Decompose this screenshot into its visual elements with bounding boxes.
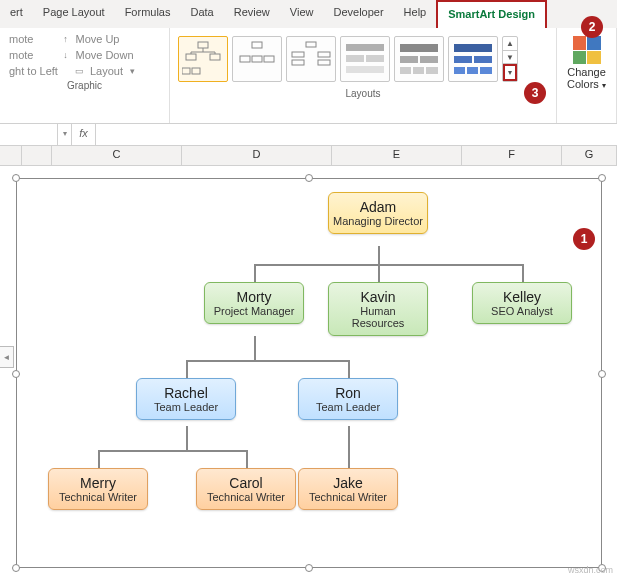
svg-rect-32: [467, 67, 478, 74]
tab-help[interactable]: Help: [394, 0, 437, 28]
formula-input[interactable]: [96, 124, 617, 145]
tab-insert[interactable]: ert: [0, 0, 33, 28]
connector: [254, 264, 524, 266]
node-kavin[interactable]: Kavin Human Resources: [328, 282, 428, 336]
tab-page-layout[interactable]: Page Layout: [33, 0, 115, 28]
node-role: SEO Analyst: [477, 305, 567, 317]
arrow-up-icon: ↑: [59, 33, 71, 45]
node-role: Project Manager: [209, 305, 299, 317]
svg-rect-2: [210, 54, 220, 60]
layout-button[interactable]: ▭Layout▾: [71, 64, 142, 78]
node-jake[interactable]: Jake Technical Writer: [298, 468, 398, 510]
svg-rect-26: [413, 67, 424, 74]
node-merry[interactable]: Merry Technical Writer: [48, 468, 148, 510]
node-ron[interactable]: Ron Team Leader: [298, 378, 398, 420]
node-rachel[interactable]: Rachel Team Leader: [136, 378, 236, 420]
node-name: Kelley: [477, 289, 567, 305]
layout-thumb-3[interactable]: [286, 36, 336, 82]
formula-bar: ▾ fx: [0, 124, 617, 146]
col-header-e[interactable]: E: [332, 146, 462, 165]
fx-label[interactable]: fx: [72, 124, 96, 145]
connector: [378, 246, 380, 264]
chevron-down-icon: ▾: [602, 81, 606, 90]
tab-review[interactable]: Review: [224, 0, 280, 28]
move-down-button[interactable]: ↓Move Down: [56, 48, 136, 62]
name-box-dropdown[interactable]: ▾: [58, 124, 72, 145]
ribbon-group-graphic: mote ↑Move Up mote ↓Move Down ght to Lef…: [0, 28, 170, 123]
svg-rect-18: [346, 44, 384, 51]
col-header-c[interactable]: C: [52, 146, 182, 165]
svg-rect-19: [346, 55, 364, 62]
node-role: Team Leader: [141, 401, 231, 413]
select-all-corner[interactable]: [0, 146, 22, 165]
watermark: wsxdn.com: [568, 565, 613, 575]
connector: [186, 360, 350, 362]
rtl-button[interactable]: ght to Left: [6, 64, 61, 78]
svg-rect-15: [318, 52, 330, 57]
node-role: Technical Writer: [53, 491, 143, 503]
layout-thumb-1[interactable]: [178, 36, 228, 82]
node-name: Merry: [53, 475, 143, 491]
move-up-button[interactable]: ↑Move Up: [56, 32, 122, 46]
node-carol[interactable]: Carol Technical Writer: [196, 468, 296, 510]
tab-smartart-design[interactable]: SmartArt Design: [436, 0, 547, 28]
svg-rect-12: [264, 56, 274, 62]
svg-rect-27: [426, 67, 438, 74]
connector: [98, 450, 248, 452]
svg-rect-20: [366, 55, 384, 62]
group-label-graphic: Graphic: [6, 78, 163, 91]
connector: [246, 450, 248, 468]
node-role: Human Resources: [333, 305, 423, 329]
svg-rect-29: [454, 56, 472, 63]
svg-rect-3: [182, 68, 190, 74]
svg-rect-24: [420, 56, 438, 63]
gallery-more-button[interactable]: ▾: [503, 64, 517, 81]
ribbon-group-layouts: ▲ ▼ ▾ Layouts: [170, 28, 557, 123]
name-box[interactable]: [0, 124, 58, 145]
layout-thumb-5[interactable]: [394, 36, 444, 82]
annotation-3: 3: [524, 82, 546, 104]
layout-thumb-4[interactable]: [340, 36, 390, 82]
node-name: Carol: [201, 475, 291, 491]
sheet-area[interactable]: ◄ 1 Adam Managing Director Morty Project…: [0, 166, 617, 577]
svg-rect-11: [252, 56, 262, 62]
node-role: Managing Director: [333, 215, 423, 227]
org-chart[interactable]: Adam Managing Director Morty Project Man…: [0, 166, 617, 577]
node-kelley[interactable]: Kelley SEO Analyst: [472, 282, 572, 324]
col-header-g[interactable]: G: [562, 146, 617, 165]
gallery-scroll-up[interactable]: ▲: [503, 37, 517, 51]
svg-rect-13: [306, 42, 316, 47]
col-header-f[interactable]: F: [462, 146, 562, 165]
tab-developer[interactable]: Developer: [323, 0, 393, 28]
layout-icon: ▭: [74, 65, 86, 77]
tab-view[interactable]: View: [280, 0, 324, 28]
layout-thumb-2[interactable]: [232, 36, 282, 82]
node-name: Adam: [333, 199, 423, 215]
node-role: Team Leader: [303, 401, 393, 413]
svg-rect-9: [252, 42, 262, 48]
tab-formulas[interactable]: Formulas: [115, 0, 181, 28]
group-label-layouts: Layouts: [176, 86, 550, 99]
svg-rect-0: [198, 42, 208, 48]
svg-rect-25: [400, 67, 411, 74]
change-colors-button[interactable]: Change Colors ▾: [563, 32, 610, 95]
node-name: Kavin: [333, 289, 423, 305]
col-header-b[interactable]: [22, 146, 52, 165]
gallery-scroll-down[interactable]: ▼: [503, 51, 517, 65]
svg-rect-33: [480, 67, 492, 74]
svg-rect-30: [474, 56, 492, 63]
node-morty[interactable]: Morty Project Manager: [204, 282, 304, 324]
svg-rect-17: [318, 60, 330, 65]
svg-rect-4: [192, 68, 200, 74]
tab-data[interactable]: Data: [180, 0, 223, 28]
demote-button[interactable]: mote: [6, 48, 36, 62]
layout-thumb-6[interactable]: [448, 36, 498, 82]
node-name: Jake: [303, 475, 393, 491]
col-header-d[interactable]: D: [182, 146, 332, 165]
node-adam[interactable]: Adam Managing Director: [328, 192, 428, 234]
connector: [348, 360, 350, 378]
promote-button[interactable]: mote: [6, 32, 36, 46]
ribbon-group-colors: Change Colors ▾: [557, 28, 617, 123]
svg-rect-28: [454, 44, 492, 52]
node-name: Morty: [209, 289, 299, 305]
